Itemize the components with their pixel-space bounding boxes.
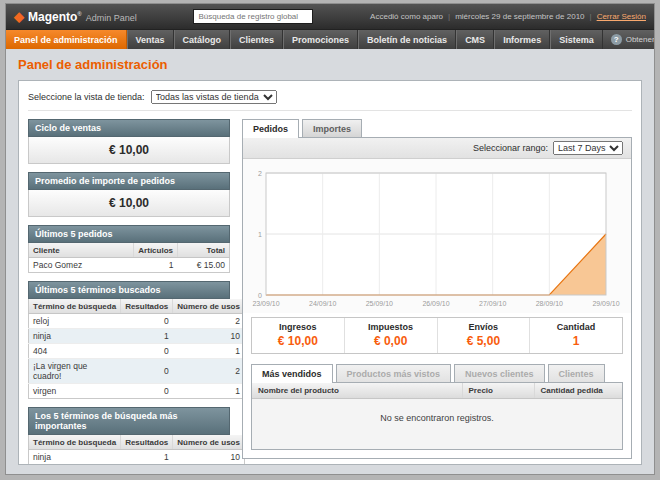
top-search-terms-header: Los 5 términos de búsqueda más important… bbox=[28, 407, 230, 435]
help-icon: ? bbox=[611, 34, 622, 45]
nav-item-catalogo[interactable]: Catálogo bbox=[174, 30, 231, 49]
tab-pedidos[interactable]: Pedidos bbox=[242, 119, 299, 138]
store-view-label: Seleccione la vista de tienda: bbox=[28, 92, 145, 102]
top-search-terms-block: Los 5 términos de búsqueda más important… bbox=[28, 407, 230, 465]
nav-items: Panel de administraciónVentasCatálogoCli… bbox=[6, 30, 603, 49]
table-cell: 1 bbox=[121, 450, 173, 465]
orders-chart: 01223/09/1024/09/1025/09/1026/09/1027/09… bbox=[243, 159, 631, 313]
column-header-cliente: Cliente bbox=[29, 243, 134, 258]
last-orders-table: ClienteArtículosTotalPaco Gomez1€ 15.00 bbox=[28, 243, 230, 273]
column-header-nombre-del-producto: Nombre del producto bbox=[252, 383, 462, 399]
table-header-row: ClienteArtículosTotal bbox=[29, 243, 230, 258]
table-header-row: Término de búsquedaResultadosNúmero de u… bbox=[29, 435, 245, 450]
table-cell: virgen bbox=[29, 384, 121, 399]
stat-label: Cantidad bbox=[530, 322, 622, 332]
svg-text:25/09/10: 25/09/10 bbox=[366, 300, 393, 307]
products-grid-box: Nombre del productoPrecioCantidad pedida… bbox=[251, 382, 623, 450]
stat-value: 1 bbox=[530, 334, 622, 348]
last-orders-header: Últimos 5 pedidos bbox=[28, 225, 230, 243]
column-header-termino-de-busqueda: Término de búsqueda bbox=[29, 435, 121, 450]
logout-link[interactable]: Cerrar Sesión bbox=[597, 12, 646, 21]
current-date: miércoles 29 de septiembre de 2010 bbox=[455, 12, 584, 21]
separator: | bbox=[448, 12, 450, 21]
tab-importes[interactable]: Importes bbox=[302, 119, 362, 137]
table-row[interactable]: virgen01 bbox=[29, 384, 245, 399]
table-cell: 10 bbox=[173, 329, 245, 344]
svg-text:1: 1 bbox=[258, 231, 262, 238]
svg-text:24/09/10: 24/09/10 bbox=[309, 300, 336, 307]
column-header-numero-de-usos: Número de usos bbox=[173, 299, 245, 314]
table-cell: 1 bbox=[121, 329, 173, 344]
table-cell: 2 bbox=[173, 359, 245, 384]
table-cell: 1 bbox=[173, 384, 245, 399]
tab-clientes[interactable]: Clientes bbox=[548, 364, 605, 382]
table-cell: 1 bbox=[134, 258, 178, 273]
table-header-row: Término de búsquedaResultadosNúmero de u… bbox=[29, 299, 245, 314]
range-select[interactable]: Last 7 Days bbox=[553, 141, 623, 155]
products-tabs: Más vendidosProductos más vistosNuevos c… bbox=[251, 364, 623, 382]
table-cell: € 15.00 bbox=[178, 258, 230, 273]
tab-productos-mas-vistos[interactable]: Productos más vistos bbox=[336, 364, 452, 382]
svg-text:29/09/10: 29/09/10 bbox=[592, 300, 619, 307]
table-row[interactable]: ninja110 bbox=[29, 329, 245, 344]
table-row[interactable]: 40401 bbox=[29, 344, 245, 359]
dashboard-columns: Ciclo de ventas € 10,00 Promedio de impo… bbox=[28, 119, 632, 455]
help-label: Obtener ayuda para esta página bbox=[626, 35, 655, 44]
table-cell: ninja bbox=[29, 450, 121, 465]
table-header-row: Nombre del productoPrecioCantidad pedida bbox=[252, 383, 622, 399]
nav-item-cms[interactable]: CMS bbox=[456, 30, 494, 49]
top-search-terms-table: Término de búsquedaResultadosNúmero de u… bbox=[28, 435, 245, 465]
tab-nuevos-clientes[interactable]: Nuevos clientes bbox=[454, 364, 545, 382]
lifetime-sales-header: Ciclo de ventas bbox=[28, 119, 230, 137]
registered-mark: ® bbox=[77, 11, 81, 17]
lifetime-sales-value: € 10,00 bbox=[28, 137, 230, 164]
stat-envios: Envíos€ 5,00 bbox=[437, 318, 530, 353]
global-search-input[interactable] bbox=[193, 9, 313, 24]
table-cell: 0 bbox=[121, 359, 173, 384]
table-row[interactable]: Paco Gomez1€ 15.00 bbox=[29, 258, 230, 273]
nav-item-boletin-de-noticias[interactable]: Boletín de noticias bbox=[358, 30, 456, 49]
table-row[interactable]: ninja110 bbox=[29, 450, 245, 465]
last-search-terms-block: Últimos 5 términos buscados Término de b… bbox=[28, 281, 230, 399]
help-link[interactable]: ? Obtener ayuda para esta página bbox=[603, 30, 655, 49]
table-cell: 0 bbox=[121, 344, 173, 359]
table-cell: 1 bbox=[173, 344, 245, 359]
logo-brand-text: Magento® bbox=[28, 10, 82, 24]
table-row[interactable]: reloj02 bbox=[29, 314, 245, 329]
column-header-articulos: Artículos bbox=[134, 243, 178, 258]
last-orders-block: Últimos 5 pedidos ClienteArtículosTotalP… bbox=[28, 225, 230, 273]
header-bar: ◆ Magento® Admin Panel Accedió como apar… bbox=[6, 4, 654, 29]
column-header-numero-de-usos: Número de usos bbox=[173, 435, 245, 450]
table-row[interactable]: reloj02 bbox=[29, 465, 245, 466]
stat-value: € 5,00 bbox=[438, 334, 530, 348]
nav-item-ventas[interactable]: Ventas bbox=[127, 30, 174, 49]
nav-item-informes[interactable]: Informes bbox=[494, 30, 550, 49]
tab-mas-vendidos[interactable]: Más vendidos bbox=[251, 364, 333, 383]
stat-ingresos: Ingresos€ 10,00 bbox=[252, 318, 344, 353]
stat-label: Envíos bbox=[438, 322, 530, 332]
svg-text:0: 0 bbox=[258, 292, 262, 299]
nav-item-sistema[interactable]: Sistema bbox=[550, 30, 603, 49]
store-view-select[interactable]: Todas las vistas de tienda bbox=[151, 90, 277, 104]
svg-text:23/09/10: 23/09/10 bbox=[252, 300, 279, 307]
column-header-termino-de-busqueda: Término de búsqueda bbox=[29, 299, 121, 314]
dashboard-panel: Seleccione la vista de tienda: Todas las… bbox=[18, 80, 642, 465]
table-cell: 10 bbox=[173, 450, 245, 465]
store-view-row: Seleccione la vista de tienda: Todas las… bbox=[28, 90, 632, 111]
stat-label: Impuestos bbox=[345, 322, 437, 332]
orders-area-chart: 01223/09/1024/09/1025/09/1026/09/1027/09… bbox=[250, 165, 624, 311]
nav-item-clientes[interactable]: Clientes bbox=[230, 30, 283, 49]
range-label: Seleccionar rango: bbox=[473, 143, 548, 153]
empty-records-message: No se encontraron registros. bbox=[252, 399, 622, 449]
separator: | bbox=[590, 12, 592, 21]
table-row[interactable]: ¡La virgen que cuadro!02 bbox=[29, 359, 245, 384]
svg-text:26/09/10: 26/09/10 bbox=[422, 300, 449, 307]
nav-item-panel-de-administracion[interactable]: Panel de administración bbox=[6, 30, 127, 49]
magento-logo: ◆ Magento® Admin Panel bbox=[14, 10, 137, 24]
average-orders-header: Promedio de importe de pedidos bbox=[28, 172, 230, 190]
orders-amounts-tabs: PedidosImportes bbox=[242, 119, 632, 137]
column-header-resultados: Resultados bbox=[121, 435, 173, 450]
main-nav: Panel de administraciónVentasCatálogoCli… bbox=[6, 29, 654, 49]
nav-item-promociones[interactable]: Promociones bbox=[283, 30, 358, 49]
column-header-resultados: Resultados bbox=[121, 299, 173, 314]
